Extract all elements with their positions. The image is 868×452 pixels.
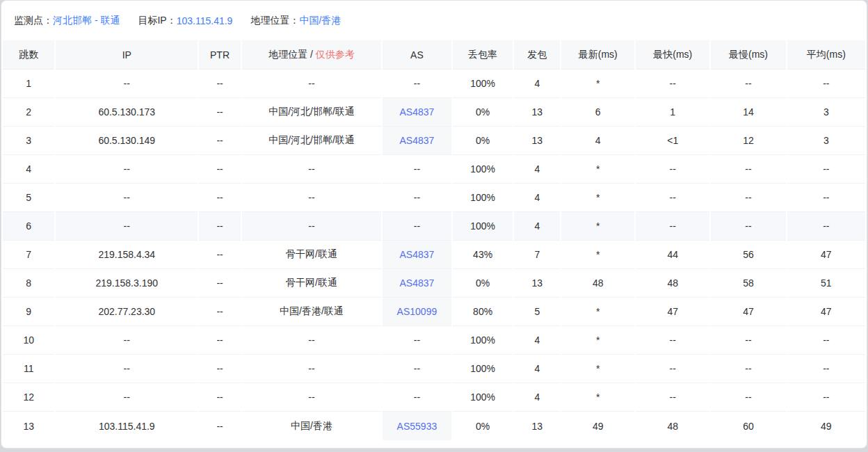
cell-avg: -- (787, 212, 865, 241)
cell-geo: 中国/河北/邯郸/联通 (242, 127, 381, 155)
traceroute-panel: 监测点： 河北邯郸 - 联通 目标IP： 103.115.41.9 地理位置： … (1, 0, 867, 449)
cell-sent: 4 (514, 155, 560, 184)
as-link[interactable]: AS55933 (397, 421, 437, 432)
cell-slowest: -- (711, 155, 785, 184)
cell-slowest: 14 (711, 98, 785, 127)
cell-ip: -- (56, 383, 198, 412)
cell-sent: 4 (514, 326, 560, 355)
col-geo: 地理位置 / 仅供参考 (242, 40, 381, 70)
cell-latest: * (561, 70, 634, 98)
cell-avg: 51 (787, 269, 865, 298)
cell-geo: -- (242, 383, 381, 412)
cell-latest: * (561, 383, 634, 412)
cell-sent: 13 (514, 412, 560, 440)
cell-sent: 5 (514, 298, 560, 326)
cell-latest: * (561, 155, 634, 184)
as-link[interactable]: AS4837 (399, 106, 434, 118)
location-value[interactable]: 中国/香港 (299, 15, 341, 27)
cell-avg: -- (787, 184, 865, 212)
cell-as: -- (383, 383, 451, 412)
cell-ptr: -- (199, 212, 241, 241)
cell-ip: 60.5.130.149 (56, 127, 198, 155)
cell-ip: -- (56, 155, 198, 184)
cell-avg: 47 (787, 241, 865, 269)
summary-bar: 监测点： 河北邯郸 - 联通 目标IP： 103.115.41.9 地理位置： … (1, 1, 867, 40)
cell-as: -- (383, 326, 451, 355)
cell-ptr: -- (199, 298, 241, 326)
cell-slowest: -- (711, 70, 785, 98)
monitor-point-value[interactable]: 河北邯郸 - 联通 (53, 15, 120, 27)
col-ptr: PTR (199, 40, 241, 70)
col-fastest: 最快(ms) (636, 40, 709, 70)
cell-hop: 12 (3, 383, 54, 412)
cell-ptr: -- (199, 326, 241, 355)
cell-sent: 7 (514, 241, 560, 269)
monitor-point-group: 监测点： 河北邯郸 - 联通 (14, 15, 120, 27)
as-link[interactable]: AS10099 (397, 306, 437, 317)
cell-loss: 100% (453, 70, 513, 98)
cell-slowest: 58 (711, 269, 785, 298)
cell-fastest: -- (636, 212, 709, 241)
as-link[interactable]: AS4837 (399, 249, 434, 260)
col-loss: 丢包率 (453, 40, 513, 70)
cell-loss: 0% (453, 127, 513, 155)
cell-fastest: -- (636, 184, 709, 212)
cell-sent: 4 (514, 383, 560, 412)
col-hop: 跳数 (3, 40, 54, 70)
cell-ptr: -- (199, 269, 241, 298)
cell-latest: 49 (561, 412, 634, 440)
cell-geo: 骨干网/联通 (242, 269, 381, 298)
cell-avg: -- (787, 355, 865, 383)
cell-fastest: 47 (636, 298, 709, 326)
target-ip-group: 目标IP： 103.115.41.9 (138, 15, 232, 27)
cell-hop: 10 (3, 326, 54, 355)
cell-loss: 100% (453, 184, 513, 212)
cell-geo: -- (242, 184, 381, 212)
cell-sent: 4 (514, 355, 560, 383)
cell-hop: 13 (3, 412, 54, 440)
cell-geo: -- (242, 326, 381, 355)
cell-ptr: -- (199, 127, 241, 155)
cell-fastest: 1 (636, 98, 709, 127)
cell-avg: 3 (787, 127, 865, 155)
cell-latest: 6 (561, 98, 634, 127)
table-header-row: 跳数 IP PTR 地理位置 / 仅供参考 AS 丢包率 发包 最新(ms) 最… (3, 40, 865, 70)
table-row: 9202.77.23.30--中国/香港/联通AS1009980%5*47474… (3, 298, 865, 326)
as-link[interactable]: AS4837 (399, 277, 434, 289)
cell-ptr: -- (199, 98, 241, 127)
cell-as: AS4837 (383, 98, 451, 127)
cell-ptr: -- (199, 355, 241, 383)
cell-as: AS4837 (383, 269, 451, 298)
cell-loss: 100% (453, 155, 513, 184)
cell-hop: 7 (3, 241, 54, 269)
location-label: 地理位置： (250, 15, 299, 27)
cell-as: AS4837 (383, 241, 451, 269)
table-row: 12--------100%4*------ (3, 383, 865, 412)
col-sent: 发包 (514, 40, 560, 70)
cell-slowest: -- (711, 184, 785, 212)
as-link[interactable]: AS4837 (399, 135, 434, 146)
monitor-point-label: 监测点： (14, 15, 53, 27)
cell-ptr: -- (199, 383, 241, 412)
cell-as: -- (383, 355, 451, 383)
cell-fastest: -- (636, 326, 709, 355)
cell-loss: 100% (453, 383, 513, 412)
cell-loss: 0% (453, 269, 513, 298)
cell-as: AS55933 (383, 412, 451, 440)
table-row: 260.5.130.173--中国/河北/邯郸/联通AS48370%136114… (3, 98, 865, 127)
cell-avg: 3 (787, 98, 865, 127)
table-row: 6--------100%4*------ (3, 212, 865, 241)
target-ip-value[interactable]: 103.115.41.9 (177, 15, 233, 26)
cell-ip: 219.158.3.190 (56, 269, 198, 298)
table-row: 7219.158.4.34--骨干网/联通AS483743%7*445647 (3, 241, 865, 269)
cell-avg: -- (787, 383, 865, 412)
cell-loss: 0% (453, 98, 513, 127)
cell-slowest: -- (711, 212, 785, 241)
table-row: 10--------100%4*------ (3, 326, 865, 355)
target-ip-label: 目标IP： (138, 15, 176, 27)
cell-hop: 6 (3, 212, 54, 241)
cell-ip: 202.77.23.30 (56, 298, 198, 326)
cell-fastest: 48 (636, 269, 709, 298)
cell-latest: 48 (561, 269, 634, 298)
cell-ip: 60.5.130.173 (56, 98, 198, 127)
